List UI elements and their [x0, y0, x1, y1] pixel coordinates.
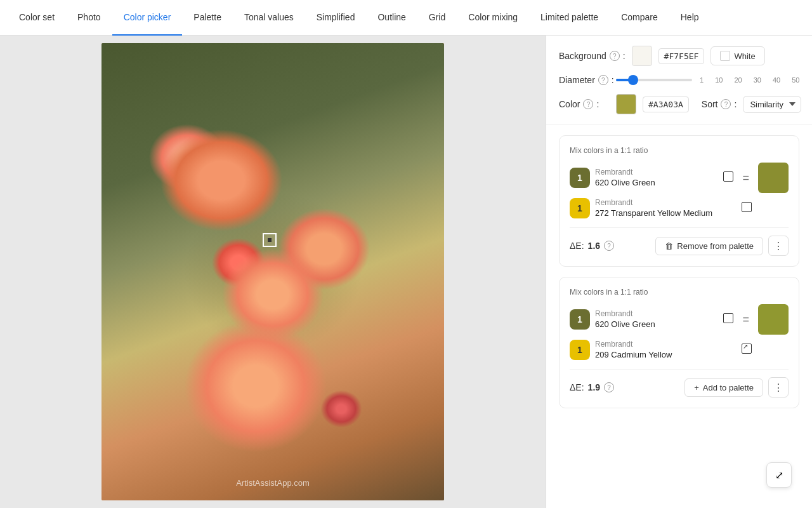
nav-item-color-set[interactable]: Color set [8, 0, 66, 36]
diameter-ticks: 1 10 20 30 40 50 [700, 76, 799, 84]
add-to-palette-button[interactable]: + Add to palette [684, 378, 763, 397]
sort-select[interactable]: Similarity Name Hue Lightness [743, 96, 801, 113]
card2-color1-name: 620 Olive Green [595, 319, 655, 329]
card1-color2-info: Rembrandt 272 Transparent Yellow Medium [595, 198, 712, 218]
equals-sign-2: = [740, 313, 752, 326]
diameter-help-icon[interactable]: ? [598, 75, 608, 85]
nav-item-color-picker[interactable]: Color picker [112, 0, 183, 36]
card2-color2-info: Rembrandt 209 Cadmium Yellow [595, 340, 672, 359]
card2-color2-name: 209 Cadmium Yellow [595, 350, 672, 359]
mix-card-1: Mix colors in a 1:1 ratio 1 Rembrandt 62… [559, 135, 799, 267]
background-hex: #F7F5EF [658, 48, 705, 64]
diameter-slider[interactable] [616, 79, 692, 81]
card1-color1-checkbox[interactable] [723, 171, 733, 182]
plus-icon: + [694, 383, 699, 392]
trash-icon: 🗑 [665, 241, 673, 251]
card1-more-button[interactable]: ⋮ [768, 236, 789, 256]
card1-actions: 🗑 Remove from palette ⋮ [655, 236, 789, 256]
card2-color1-brand: Rembrandt [595, 309, 655, 318]
nav-item-outline[interactable]: Outline [366, 0, 417, 36]
diameter-label: Diameter ? : [559, 75, 610, 85]
diameter-control-row: Diameter ? : 1 10 20 30 40 50 [559, 75, 799, 85]
watermark-text: ArtistAssistApp.com [236, 478, 310, 488]
card1-delta-value: 1.6 [588, 241, 600, 251]
card1-color1-name: 620 Olive Green [595, 178, 655, 187]
nav-item-color-mixing[interactable]: Color mixing [457, 0, 529, 36]
card2-color2: 1 Rembrandt 209 Cadmium Yellow [570, 340, 752, 360]
card1-result-swatch [758, 163, 789, 193]
card1-color2-checkbox[interactable] [742, 202, 752, 212]
card2-result-swatch [758, 304, 789, 335]
card2-color2-badge: 1 [570, 340, 590, 360]
nav-item-tonal-values[interactable]: Tonal values [233, 0, 305, 36]
card1-footer: ΔE: 1.6 ? 🗑 Remove from palette ⋮ [570, 227, 789, 256]
fullscreen-icon: ⤢ [775, 469, 783, 481]
card1-color2-badge: 1 [570, 198, 590, 218]
remove-from-palette-button[interactable]: 🗑 Remove from palette [655, 237, 763, 255]
card1-color1-brand: Rembrandt [595, 168, 655, 177]
card1-color2-brand: Rembrandt [595, 198, 712, 207]
nav-item-simplified[interactable]: Simplified [305, 0, 367, 36]
color-help-icon[interactable]: ? [583, 99, 593, 109]
card2-actions: + Add to palette ⋮ [684, 377, 789, 398]
sidebar-controls: Background ? : #F7F5EF White Diameter ? … [546, 36, 812, 125]
card2-color1: 1 Rembrandt 620 Olive Green [570, 309, 733, 330]
card2-delta: ΔE: 1.9 ? [570, 382, 614, 392]
mix-ratio-label-2: Mix colors in a 1:1 ratio [570, 288, 789, 297]
white-button[interactable]: White [710, 46, 764, 65]
background-swatch[interactable] [632, 46, 652, 66]
card2-delta-help-icon[interactable]: ? [604, 382, 614, 392]
color-control-row: Color ? : #A3A03A Sort ? : Similarity Na… [559, 94, 799, 114]
background-label: Background ? : [559, 51, 625, 61]
navigation: Color setPhotoColor pickerPaletteTonal v… [0, 0, 812, 36]
nav-item-grid[interactable]: Grid [417, 0, 457, 36]
card2-color2-brand: Rembrandt [595, 340, 672, 349]
color-label: Color ? : [559, 99, 610, 109]
card2-color1-info: Rembrandt 620 Olive Green [595, 309, 655, 329]
background-control-row: Background ? : #F7F5EF White [559, 46, 799, 66]
card1-color2: 1 Rembrandt 272 Transparent Yellow Mediu… [570, 198, 752, 218]
fullscreen-button[interactable]: ⤢ [766, 462, 792, 488]
card2-more-button[interactable]: ⋮ [768, 377, 789, 398]
card1-color1-badge: 1 [570, 168, 590, 188]
card2-delta-value: 1.9 [588, 382, 600, 392]
color-swatch[interactable] [616, 94, 636, 114]
nav-item-limited-palette[interactable]: Limited palette [529, 0, 610, 36]
sort-help-icon[interactable]: ? [721, 99, 731, 109]
sidebar: Background ? : #F7F5EF White Diameter ? … [546, 36, 812, 508]
card1-color1: 1 Rembrandt 620 Olive Green [570, 168, 733, 188]
background-help-icon[interactable]: ? [610, 51, 620, 61]
card2-color1-badge: 1 [570, 309, 590, 330]
mix-card-2: Mix colors in a 1:1 ratio 1 Rembrandt 62… [559, 277, 799, 408]
white-swatch-icon [720, 51, 730, 61]
equals-sign-1: = [740, 171, 752, 185]
card1-delta-help-icon[interactable]: ? [604, 241, 614, 251]
crosshair [263, 233, 277, 247]
card1-color1-info: Rembrandt 620 Olive Green [595, 168, 655, 187]
nav-item-palette[interactable]: Palette [182, 0, 233, 36]
nav-item-help[interactable]: Help [669, 0, 710, 36]
image-area[interactable]: ArtistAssistApp.com [0, 36, 546, 508]
sort-label: Sort ? : [702, 99, 737, 109]
nav-item-photo[interactable]: Photo [66, 0, 112, 36]
diameter-slider-container: 1 10 20 30 40 50 [616, 76, 799, 84]
mix-cards-area: Mix colors in a 1:1 ratio 1 Rembrandt 62… [546, 125, 812, 418]
card1-delta: ΔE: 1.6 ? [570, 241, 614, 251]
nav-item-compare[interactable]: Compare [610, 0, 669, 36]
card1-color2-name: 272 Transparent Yellow Medium [595, 208, 712, 218]
card2-color2-checkbox-link[interactable] [742, 344, 752, 354]
card2-footer: ΔE: 1.9 ? + Add to palette ⋮ [570, 369, 789, 398]
mix-ratio-label-1: Mix colors in a 1:1 ratio [570, 146, 789, 155]
card2-color1-checkbox[interactable] [723, 313, 733, 323]
photo-canvas[interactable]: ArtistAssistApp.com [102, 43, 444, 500]
color-hex: #A3A03A [643, 97, 689, 112]
